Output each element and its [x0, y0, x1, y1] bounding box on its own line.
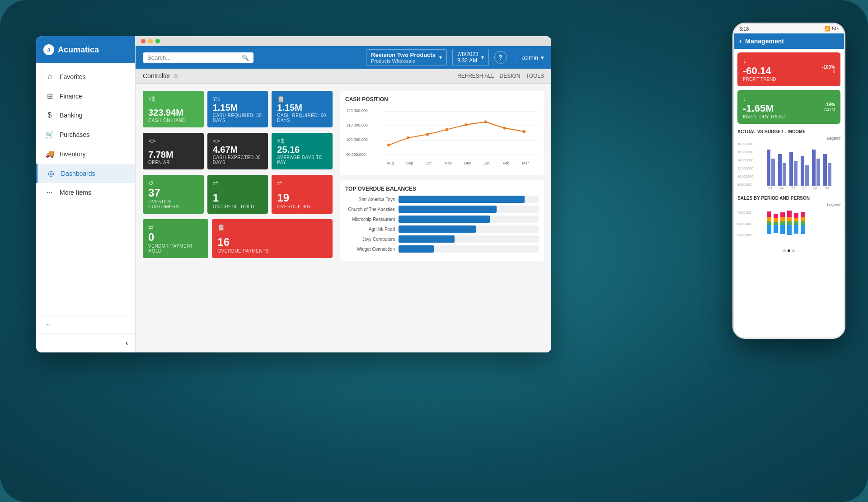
status-overdue-customers[interactable]: ↺ 37 OVERDUE CUSTOMERS — [143, 175, 204, 214]
vendor-hold-value: 0 — [148, 231, 203, 244]
svg-text:Oct: Oct — [426, 161, 432, 165]
svg-text:Feb: Feb — [503, 161, 510, 165]
cash-expected-30-label: CASH EXPECTED 30 DAYS — [213, 155, 263, 165]
svg-rect-56 — [774, 218, 778, 222]
sidebar-item-banking[interactable]: $ Banking — [36, 106, 135, 125]
close-dot[interactable] — [141, 39, 145, 43]
kpi-open-ar[interactable]: <> 7.78M OPEN AR — [143, 133, 204, 169]
sidebar-item-purchases[interactable]: 🛒 Purchases — [36, 125, 135, 144]
kpi-cash-required-30[interactable]: ¥$ 1.15M CASH REQUIRED: 30 DAYS — [207, 91, 268, 127]
company-selector[interactable]: Revision Two Products Products Wholesale… — [366, 49, 447, 66]
main-content: 🔍 Revision Two Products Products Wholesa… — [136, 36, 551, 352]
sidebar-footer: ··· — [36, 315, 135, 333]
star-icon: ☆ — [45, 72, 54, 81]
mobile-profit-trend-card[interactable]: ↓ -60.14 PROFIT TREND -100% 0 — [737, 52, 840, 86]
svg-rect-59 — [780, 212, 785, 217]
inventory-trend-pct: -19% — [824, 102, 835, 107]
kpi-cash-required-60[interactable]: 📋 1.15M CASH REQUIRED: 60 DAYS — [272, 91, 333, 127]
cash-60-icon: 📋 — [277, 95, 285, 103]
overdue-title: TOP OVERDUE BALANCES — [345, 186, 539, 192]
status-row-2: ⇄ 0 VENDOR PAYMENT HOLD 📋 — [143, 219, 333, 258]
tools-btn[interactable]: TOOLS — [526, 73, 544, 79]
star-favorite-icon[interactable]: ☆ — [173, 72, 179, 80]
overdue-customers-value: 37 — [148, 187, 198, 199]
status-overdue-90[interactable]: ⇄ 19 OVERDUE 90+ — [272, 175, 333, 214]
page-actions: REFRESH ALL DESIGN TOOLS — [457, 73, 544, 79]
status-on-credit-hold[interactable]: ⇄ 1 ON CREDIT HOLD — [207, 175, 268, 214]
bar-item-6: Widget Connection — [345, 245, 539, 253]
sidebar-collapse-btn[interactable]: ‹ — [36, 333, 135, 352]
sidebar-label-banking: Banking — [60, 112, 83, 119]
svg-text:Sep: Sep — [406, 161, 413, 165]
user-name: admin — [522, 54, 538, 61]
dollar-icon: $ — [45, 111, 54, 119]
user-button[interactable]: 👤 admin ▾ — [512, 54, 544, 61]
maximize-dot[interactable] — [155, 39, 160, 43]
svg-point-13 — [484, 120, 487, 123]
design-btn[interactable]: DESIGN — [500, 73, 521, 79]
logo-text: Acumatica — [58, 45, 99, 55]
svg-text:Mar: Mar — [522, 161, 529, 165]
user-chevron-icon: ▾ — [541, 54, 544, 61]
svg-rect-61 — [780, 221, 785, 225]
profit-trend-arrow: ↓ — [743, 57, 746, 65]
svg-text:Q4: Q4 — [779, 187, 784, 190]
sidebar-item-favorites[interactable]: ☆ Favorites — [36, 67, 135, 86]
svg-rect-63 — [787, 211, 792, 217]
back-button[interactable]: ‹ — [739, 37, 741, 45]
svg-rect-66 — [787, 225, 792, 235]
overdue-90-label: OVERDUE 90+ — [277, 204, 327, 209]
help-button[interactable]: ? — [494, 51, 507, 64]
page-header: Controller ☆ REFRESH ALL DESIGN TOOLS — [136, 69, 551, 84]
bar-label-6: Widget Connection — [345, 247, 395, 252]
sidebar-item-more-items[interactable]: ··· More Items — [36, 183, 135, 202]
mobile-sales-title: SALES BY PERIOD AND PERSON — [737, 196, 840, 201]
date-chevron-icon: ▾ — [481, 54, 484, 61]
bar-track-4 — [399, 225, 539, 233]
kpi-cash-on-hand[interactable]: ¥$ 323.94M CASH ON-HAND — [143, 91, 204, 127]
svg-rect-37 — [805, 165, 809, 186]
overdue-customers-label: OVERDUE CUSTOMERS — [148, 199, 198, 209]
svg-rect-70 — [794, 225, 798, 234]
sidebar-item-inventory[interactable]: 🚚 Inventory — [36, 144, 135, 164]
bar-label-3: Microchip Restaurant — [345, 217, 395, 222]
cash-on-hand-value: 323.94M — [148, 108, 198, 118]
overdue-cust-icon: ↺ — [148, 179, 154, 187]
mobile-time: 3:18 — [739, 26, 749, 32]
bar-fill-2 — [399, 206, 497, 213]
credit-hold-icon: ⇄ — [213, 179, 218, 187]
nav-dot-3 — [792, 249, 795, 252]
profit-trend-sub: 0 — [822, 70, 835, 74]
search-bar[interactable]: 🔍 — [143, 52, 253, 63]
kpi-avg-days-pay[interactable]: ¥$ 25.16 AVERAGE DAYS TO PAY — [272, 133, 333, 169]
vendor-hold-icon: ⇄ — [148, 224, 154, 231]
search-input[interactable] — [147, 54, 239, 61]
sidebar-item-dashboards[interactable]: ◎ Dashboards — [36, 164, 135, 183]
mobile-topbar: ‹ Management — [734, 33, 844, 49]
cash-position-svg: 120,000,000 110,000,000 100,000,000 90,0… — [345, 106, 539, 169]
svg-point-8 — [387, 144, 390, 146]
bar-track-6 — [399, 245, 539, 253]
minimize-dot[interactable] — [148, 39, 153, 43]
cash-30-icon: ¥$ — [213, 95, 220, 103]
svg-rect-71 — [801, 212, 805, 217]
kpi-cash-expected-30[interactable]: <> 4.67M CASH EXPECTED 30 DAYS — [207, 133, 268, 169]
sidebar-item-finance[interactable]: ⊞ Finance — [36, 86, 135, 106]
status-overdue-payments[interactable]: 📋 16 OVERDUE PAYMENTS — [212, 219, 333, 258]
svg-point-9 — [407, 136, 409, 139]
cash-position-area: 120,000,000 110,000,000 100,000,000 90,0… — [345, 106, 539, 169]
svg-rect-38 — [812, 150, 816, 186]
profit-trend-pct: -100% — [822, 65, 835, 70]
svg-text:Q4: Q4 — [825, 187, 829, 190]
more-icon: ··· — [45, 188, 54, 197]
bar-fill-5 — [399, 235, 455, 243]
cash-expected-30-value: 4.67M — [213, 145, 263, 155]
mobile-inventory-trend-card[interactable]: ↓ -1.65M INVENTORY TREND -19% 7.27M — [737, 90, 840, 124]
refresh-all-btn[interactable]: REFRESH ALL — [457, 73, 494, 79]
status-vendor-hold[interactable]: ⇄ 0 VENDOR PAYMENT HOLD — [143, 219, 208, 258]
cash-on-hand-label: CASH ON-HAND — [148, 118, 198, 123]
svg-rect-34 — [789, 152, 793, 186]
date-selector[interactable]: 7/8/2023 9:32 AM ▾ — [452, 49, 489, 66]
avg-days-value: 25.16 — [277, 145, 327, 155]
user-icon: 👤 — [512, 54, 520, 61]
